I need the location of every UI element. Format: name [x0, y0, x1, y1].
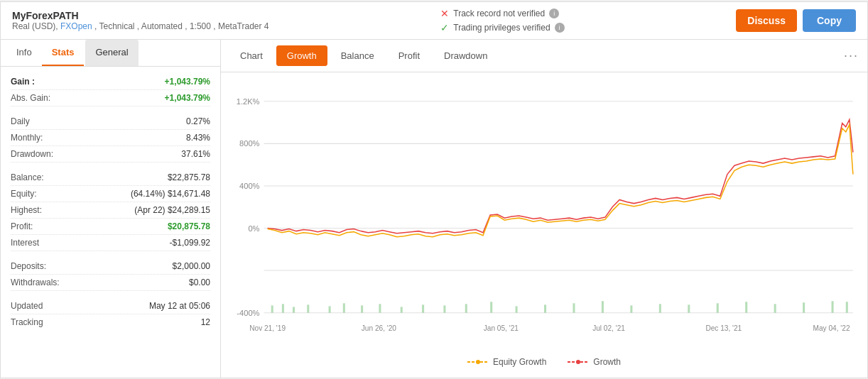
- chart-tab-balance[interactable]: Balance: [330, 45, 385, 66]
- svg-rect-39: [774, 304, 776, 312]
- balance-row: Balance: $22,875.78: [11, 170, 210, 186]
- tracking-label: Tracking: [11, 317, 43, 327]
- svg-rect-37: [717, 303, 719, 312]
- interest-row: Interest -$1,099.92: [11, 235, 210, 251]
- growth-chart: 1.2K% 800% 400% 0% -400% Nov 21, '19 Jun…: [228, 79, 860, 349]
- updated-label: Updated: [11, 301, 43, 311]
- more-options-button[interactable]: ···: [844, 48, 859, 63]
- highest-row: Highest: (Apr 22) $24,289.15: [11, 202, 210, 219]
- svg-text:Nov 21, '19: Nov 21, '19: [249, 324, 286, 332]
- svg-point-44: [476, 360, 480, 364]
- svg-rect-41: [832, 301, 834, 312]
- interest-value: -$1,099.92: [170, 238, 210, 248]
- svg-text:1.2K%: 1.2K%: [237, 97, 260, 105]
- svg-rect-27: [443, 305, 445, 312]
- trading-privileges-row: ✓ Trading privileges verified i: [440, 22, 564, 33]
- discuss-button[interactable]: Discuss: [736, 9, 797, 32]
- right-panel: Chart Growth Balance Profit Drawdown ···: [221, 40, 867, 378]
- abs-gain-row: Abs. Gain: +1,043.79%: [11, 90, 210, 106]
- abs-gain-value: +1,043.79%: [165, 93, 210, 103]
- svg-rect-35: [659, 304, 661, 312]
- left-tabs: Info Stats General: [1, 40, 220, 67]
- svg-text:Jan 05, '21: Jan 05, '21: [484, 324, 519, 332]
- chart-tab-profit[interactable]: Profit: [388, 45, 430, 66]
- gain-label: Gain :: [11, 77, 35, 87]
- svg-text:Jun 26, '20: Jun 26, '20: [362, 324, 396, 332]
- svg-text:Dec 13, '21: Dec 13, '21: [705, 324, 742, 332]
- svg-rect-38: [745, 302, 747, 312]
- copy-button[interactable]: Copy: [803, 9, 856, 32]
- svg-rect-31: [544, 304, 546, 312]
- updated-value: May 12 at 05:06: [149, 301, 210, 311]
- svg-text:400%: 400%: [239, 181, 259, 190]
- growth-line-icon: [568, 358, 589, 366]
- profit-value: $20,875.78: [168, 221, 210, 231]
- drawdown-value: 37.61%: [181, 149, 210, 159]
- svg-rect-21: [329, 306, 331, 312]
- chart-tab-drawdown[interactable]: Drawdown: [433, 45, 498, 66]
- deposits-value: $2,000.00: [173, 261, 210, 271]
- deposits-label: Deposits:: [11, 261, 46, 271]
- main-content: Info Stats General Gain : +1,043.79% Abs…: [1, 40, 867, 378]
- svg-text:0%: 0%: [248, 224, 259, 232]
- equity-growth-line-icon: [467, 358, 489, 366]
- withdrawals-label: Withdrawals:: [11, 278, 60, 287]
- svg-rect-22: [343, 303, 345, 312]
- svg-rect-32: [573, 303, 575, 312]
- tab-general[interactable]: General: [85, 40, 138, 66]
- svg-rect-30: [516, 306, 518, 312]
- equity-note: (64.14%): [131, 189, 166, 199]
- trading-privileges-info-icon[interactable]: i: [555, 23, 565, 33]
- growth-label: Growth: [593, 357, 621, 367]
- svg-rect-36: [688, 304, 690, 312]
- svg-text:May 04, '22: May 04, '22: [813, 324, 850, 332]
- equity-value: (64.14%) $14,671.48: [131, 189, 210, 199]
- tracking-value: 12: [201, 317, 210, 327]
- cross-icon: ✕: [440, 8, 449, 19]
- withdrawals-row: Withdrawals: $0.00: [11, 275, 210, 291]
- svg-rect-34: [630, 305, 632, 312]
- header-left: MyForexPATH Real (USD), FXOpen , Technic…: [12, 10, 269, 31]
- main-container: MyForexPATH Real (USD), FXOpen , Technic…: [0, 1, 868, 378]
- highest-amount: $24,289.15: [168, 205, 210, 215]
- svg-rect-18: [282, 304, 284, 312]
- check-icon: ✓: [440, 22, 449, 33]
- daily-row: Daily 0.27%: [11, 114, 210, 130]
- drawdown-row: Drawdown: 37.61%: [11, 146, 210, 163]
- fxopen-link[interactable]: FXOpen: [60, 21, 92, 31]
- equity-growth-label: Equity Growth: [493, 357, 546, 367]
- track-record-info-icon[interactable]: i: [549, 9, 559, 18]
- daily-value: 0.27%: [186, 116, 210, 126]
- legend-equity-growth: Equity Growth: [467, 357, 546, 367]
- withdrawals-value: $0.00: [189, 278, 210, 287]
- svg-rect-40: [803, 302, 805, 312]
- equity-row: Equity: (64.14%) $14,671.48: [11, 186, 210, 202]
- svg-rect-24: [379, 304, 381, 312]
- account-title: MyForexPATH: [12, 10, 269, 21]
- chart-tab-chart[interactable]: Chart: [229, 45, 273, 66]
- track-record-row: ✕ Track record not verified i: [440, 8, 564, 19]
- stats-panel: Gain : +1,043.79% Abs. Gain: +1,043.79% …: [1, 67, 220, 337]
- chart-tabs-row: Chart Growth Balance Profit Drawdown ···: [221, 40, 867, 72]
- svg-text:Jul 02, '21: Jul 02, '21: [592, 324, 625, 332]
- highest-label: Highest:: [11, 205, 42, 215]
- highest-note: (Apr 22): [134, 205, 165, 215]
- svg-rect-42: [846, 302, 848, 312]
- profit-row: Profit: $20,875.78: [11, 219, 210, 235]
- svg-rect-33: [602, 301, 604, 312]
- account-subtitle: Real (USD), FXOpen , Technical , Automat…: [12, 21, 269, 31]
- drawdown-label: Drawdown:: [11, 149, 53, 159]
- updated-row: Updated May 12 at 05:06: [11, 298, 210, 314]
- svg-rect-23: [361, 305, 363, 312]
- svg-rect-29: [490, 302, 492, 312]
- svg-rect-17: [271, 305, 273, 312]
- tab-stats[interactable]: Stats: [42, 40, 85, 66]
- chart-tab-growth[interactable]: Growth: [276, 45, 327, 66]
- tracking-row: Tracking 12: [11, 314, 210, 330]
- daily-label: Daily: [11, 116, 30, 126]
- chart-legend: Equity Growth Growth: [228, 357, 860, 367]
- tab-info[interactable]: Info: [6, 40, 42, 66]
- svg-text:800%: 800%: [239, 139, 259, 148]
- svg-rect-25: [401, 307, 403, 312]
- abs-gain-label: Abs. Gain:: [11, 93, 50, 103]
